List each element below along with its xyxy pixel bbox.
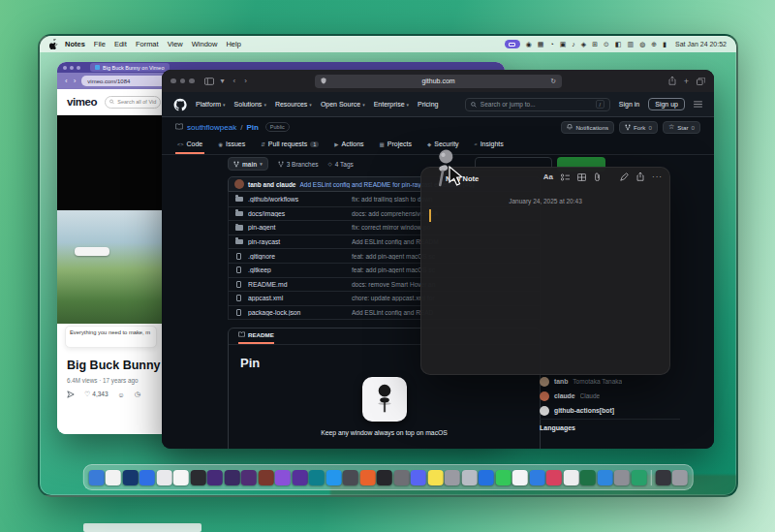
- share-icon[interactable]: [668, 77, 676, 85]
- more-button[interactable]: ···: [652, 172, 663, 181]
- dock-app-icon[interactable]: [445, 470, 460, 485]
- file-name-link[interactable]: pin-agent: [248, 224, 347, 231]
- menu-item[interactable]: Format: [136, 40, 159, 48]
- contributor-row[interactable]: github-actions[bot]: [540, 403, 680, 418]
- repo-name-link[interactable]: Pin: [246, 123, 258, 132]
- reaction-icon[interactable]: ☺: [118, 391, 125, 398]
- contributor-login[interactable]: claude: [554, 392, 575, 399]
- dock-app-icon[interactable]: [631, 470, 646, 485]
- menubar-status-icon[interactable]: ▦: [538, 41, 544, 47]
- menubar-status-icon[interactable]: ♪: [572, 41, 575, 47]
- attach-button[interactable]: [594, 172, 601, 181]
- dock-app-icon[interactable]: [563, 470, 578, 485]
- sign-in-link[interactable]: Sign in: [619, 101, 639, 108]
- share-icon[interactable]: [67, 391, 75, 398]
- dock-app-icon[interactable]: [258, 470, 273, 485]
- dock-app-icon[interactable]: [411, 470, 426, 485]
- file-name-link[interactable]: .gitignore: [248, 253, 347, 260]
- table-button[interactable]: [577, 173, 586, 181]
- github-address-bar[interactable]: github.com ↻: [315, 75, 562, 88]
- sidebar-icon[interactable]: [204, 78, 214, 85]
- dock-app-icon[interactable]: [122, 470, 138, 485]
- menubar-status-icon[interactable]: ◍: [639, 41, 645, 47]
- chevron-down-icon[interactable]: ▾: [221, 77, 225, 85]
- dock-app-icon[interactable]: [393, 470, 409, 485]
- dock-app-icon[interactable]: [173, 470, 189, 485]
- watch-later-icon[interactable]: ◷: [135, 391, 140, 398]
- menubar-status-icon[interactable]: ▥: [628, 41, 635, 47]
- nav-menu-item[interactable]: Pricing: [418, 101, 440, 108]
- readme-tab[interactable]: README: [238, 331, 274, 344]
- fork-button[interactable]: Fork 0: [619, 121, 658, 134]
- repo-tab[interactable]: ⇵ Pull requests 1: [259, 141, 321, 154]
- menu-item[interactable]: Edit: [114, 40, 127, 48]
- file-name-link[interactable]: .github/workflows: [248, 196, 347, 203]
- apple-icon[interactable]: [49, 39, 58, 49]
- dock-app-icon[interactable]: [580, 470, 596, 485]
- dock-app-icon[interactable]: [309, 470, 325, 485]
- menubar-status-icon[interactable]: ⊞: [592, 41, 598, 47]
- menu-item[interactable]: Help: [226, 40, 240, 48]
- dock-tray-icon[interactable]: [655, 470, 670, 485]
- dock-app-icon[interactable]: [140, 470, 155, 485]
- dock-app-icon[interactable]: [224, 470, 239, 485]
- commit-authors[interactable]: tanb and claude: [248, 181, 295, 188]
- forward-icon[interactable]: ›: [244, 77, 247, 85]
- dock-app-icon[interactable]: [461, 470, 477, 485]
- file-name-link[interactable]: package-lock.json: [248, 309, 347, 316]
- dock-app-icon[interactable]: [512, 470, 528, 485]
- hamburger-menu-icon[interactable]: [694, 101, 702, 108]
- dock-app-icon[interactable]: [326, 470, 341, 485]
- dock-app-icon[interactable]: [241, 470, 257, 485]
- dock-app-icon[interactable]: [106, 470, 121, 485]
- menu-item[interactable]: File: [94, 40, 106, 48]
- repo-tab[interactable]: ≈ Insights: [473, 141, 506, 154]
- share-button[interactable]: [636, 172, 644, 181]
- nav-menu-item[interactable]: Solutions ▾: [234, 101, 266, 108]
- branches-stat[interactable]: 3 Branches: [278, 161, 319, 168]
- repo-owner-link[interactable]: southflowpeak: [187, 123, 236, 132]
- dock-app-icon[interactable]: [275, 470, 291, 485]
- star-button[interactable]: ☆ Star 0: [663, 121, 700, 134]
- vimeo-browser-tab[interactable]: Big Buck Bunny on Vimeo: [90, 63, 170, 72]
- vimeo-search-input[interactable]: Search all of Vid: [105, 96, 161, 109]
- tags-stat[interactable]: ◇ 4 Tags: [328, 161, 354, 168]
- dock-app-icon[interactable]: [156, 470, 171, 485]
- repo-tab[interactable]: <> Code: [175, 141, 204, 154]
- nav-menu-item[interactable]: Enterprise ▾: [374, 101, 409, 108]
- dock-app-icon[interactable]: [88, 470, 104, 485]
- repo-tab[interactable]: ◆ Security: [425, 141, 461, 154]
- menubar-status-icon[interactable]: ▮: [663, 41, 666, 47]
- nav-menu-item[interactable]: Resources ▾: [275, 101, 312, 108]
- vimeo-logo[interactable]: vimeo: [67, 96, 97, 108]
- repo-tab[interactable]: ◉ Issues: [216, 141, 247, 154]
- tab-overview-icon[interactable]: [697, 78, 705, 85]
- contributor-login[interactable]: github-actions[bot]: [554, 407, 614, 414]
- notes-title-bar[interactable]: New Note Aa: [420, 167, 670, 190]
- dock-app-icon[interactable]: [190, 470, 205, 485]
- forward-icon[interactable]: ›: [74, 77, 77, 85]
- like-button[interactable]: ♡4,343: [84, 391, 108, 398]
- menubar-status-icon[interactable]: ◔: [549, 41, 553, 47]
- notifications-button[interactable]: Notifications: [561, 121, 614, 134]
- dock-tray-icon[interactable]: [672, 470, 688, 485]
- github-traffic-lights[interactable]: [170, 78, 195, 84]
- menubar-status-icon[interactable]: ◧: [615, 41, 622, 47]
- nav-menu-item[interactable]: Platform ▾: [196, 101, 226, 108]
- checklist-button[interactable]: [561, 173, 570, 181]
- dock-app-icon[interactable]: [427, 470, 443, 485]
- menubar-status-icon[interactable]: ◈: [581, 41, 586, 47]
- nav-menu-item[interactable]: Open Source ▾: [321, 101, 365, 108]
- dock-app-icon[interactable]: [479, 470, 494, 485]
- vimeo-traffic-lights[interactable]: [63, 66, 80, 70]
- contributor-login[interactable]: tanb: [554, 378, 568, 385]
- branch-selector-button[interactable]: main ▾: [228, 157, 268, 171]
- menu-item[interactable]: Window: [192, 40, 218, 48]
- dock-app-icon[interactable]: [614, 470, 630, 485]
- repo-tab[interactable]: ▦ Projects: [378, 141, 415, 154]
- dock-app-icon[interactable]: [597, 470, 612, 485]
- repo-tab[interactable]: ▶ Actions: [332, 141, 365, 154]
- screen-indicator-badge[interactable]: [505, 40, 520, 48]
- format-button[interactable]: Aa: [543, 172, 553, 181]
- dock-app-icon[interactable]: [343, 470, 358, 485]
